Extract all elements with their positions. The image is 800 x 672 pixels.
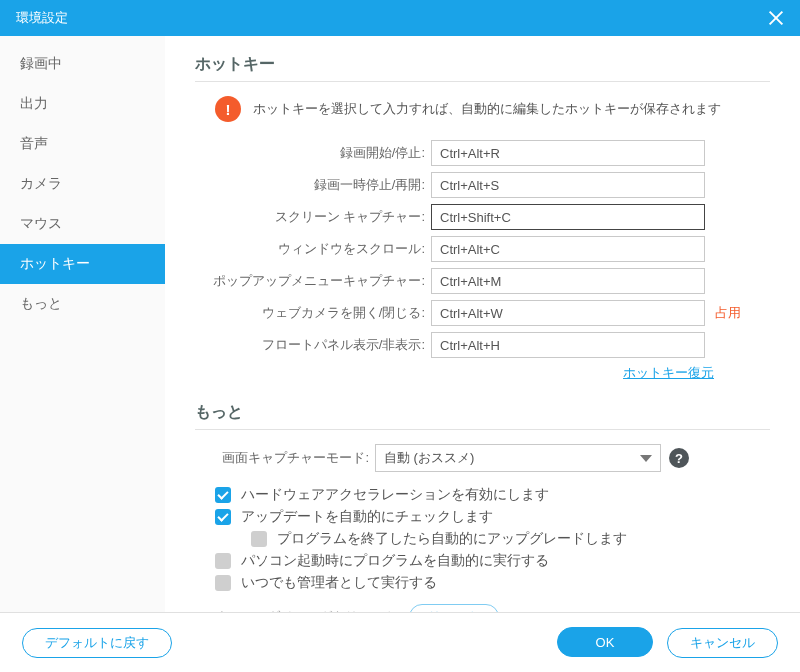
hotkey-input[interactable] bbox=[431, 204, 705, 230]
sidebar-item-6[interactable]: もっと bbox=[0, 284, 165, 324]
capture-mode-row: 画面キャプチャーモード: 自動 (おススメ) ? bbox=[195, 444, 770, 472]
hotkey-heading: ホットキー bbox=[195, 54, 770, 75]
hotkey-label: 録画開始/停止: bbox=[195, 144, 431, 162]
hotkey-warning: ! ホットキーを選択して入力すれば、自動的に編集したホットキーが保存されます bbox=[215, 96, 770, 122]
checkbox-row: いつでも管理者として実行する bbox=[215, 574, 770, 592]
hotkey-field: スクリーン キャプチャー: bbox=[195, 204, 770, 230]
hotkey-input[interactable] bbox=[431, 236, 705, 262]
hotkey-input[interactable] bbox=[431, 300, 705, 326]
content-pane: ホットキー ! ホットキーを選択して入力すれば、自動的に編集したホットキーが保存… bbox=[165, 36, 800, 612]
checkbox[interactable] bbox=[215, 509, 231, 525]
hotkey-restore-link[interactable]: ホットキー復元 bbox=[623, 365, 714, 380]
hotkey-label: スクリーン キャプチャー: bbox=[195, 208, 431, 226]
checkbox[interactable] bbox=[215, 575, 231, 591]
hotkey-field: フロートパネル表示/非表示: bbox=[195, 332, 770, 358]
capture-mode-select[interactable]: 自動 (おススメ) bbox=[375, 444, 661, 472]
sidebar-item-1[interactable]: 出力 bbox=[0, 84, 165, 124]
hotkey-input[interactable] bbox=[431, 332, 705, 358]
capture-mode-label: 画面キャプチャーモード: bbox=[195, 449, 375, 467]
checkbox[interactable] bbox=[215, 553, 231, 569]
occupied-badge: 占用 bbox=[715, 304, 741, 322]
hotkey-field: ポップアップメニューキャプチャー: bbox=[195, 268, 770, 294]
hotkey-input[interactable] bbox=[431, 268, 705, 294]
hotkey-label: ポップアップメニューキャプチャー: bbox=[195, 272, 431, 290]
checkbox-label: ハードウェアアクセラレーションを有効にします bbox=[241, 486, 549, 504]
capture-mode-value: 自動 (おススメ) bbox=[384, 449, 474, 467]
hotkey-field: 録画一時停止/再開: bbox=[195, 172, 770, 198]
checkbox-row: ハードウェアアクセラレーションを有効にします bbox=[215, 486, 770, 504]
checkbox-row: プログラムを終了したら自動的にアップグレードします bbox=[251, 530, 770, 548]
reset-button[interactable]: リセット bbox=[409, 604, 499, 612]
footer: デフォルトに戻す OK キャンセル bbox=[0, 612, 800, 672]
hotkey-label: ウィンドウをスクロール: bbox=[195, 240, 431, 258]
ok-button[interactable]: OK bbox=[557, 627, 654, 657]
checkbox[interactable] bbox=[215, 487, 231, 503]
hotkey-label: ウェブカメラを開く/閉じる: bbox=[195, 304, 431, 322]
divider bbox=[195, 429, 770, 430]
checkbox-label: アップデートを自動的にチェックします bbox=[241, 508, 493, 526]
hotkey-label: 録画一時停止/再開: bbox=[195, 176, 431, 194]
window-title: 環境設定 bbox=[16, 9, 68, 27]
titlebar: 環境設定 bbox=[0, 0, 800, 36]
dialog-body: 録画中出力音声カメラマウスホットキーもっと ホットキー ! ホットキーを選択して… bbox=[0, 36, 800, 612]
sidebar: 録画中出力音声カメラマウスホットキーもっと bbox=[0, 36, 165, 612]
sidebar-item-5[interactable]: ホットキー bbox=[0, 244, 165, 284]
hotkey-field: ウィンドウをスクロール: bbox=[195, 236, 770, 262]
help-icon[interactable]: ? bbox=[669, 448, 689, 468]
divider bbox=[195, 81, 770, 82]
sidebar-item-4[interactable]: マウス bbox=[0, 204, 165, 244]
checkbox-label: パソコン起動時にプログラムを自動的に実行する bbox=[241, 552, 549, 570]
hotkey-field: ウェブカメラを開く/閉じる:占用 bbox=[195, 300, 770, 326]
checkbox-label: いつでも管理者として実行する bbox=[241, 574, 437, 592]
sidebar-item-0[interactable]: 録画中 bbox=[0, 44, 165, 84]
hotkey-field: 録画開始/停止: bbox=[195, 140, 770, 166]
hotkey-restore: ホットキー復元 bbox=[195, 364, 714, 382]
default-button[interactable]: デフォルトに戻す bbox=[22, 628, 172, 658]
reset-dialogs-label: すべてのダイアログをリセット: bbox=[215, 608, 401, 612]
close-icon[interactable] bbox=[768, 10, 784, 26]
chevron-down-icon bbox=[640, 455, 652, 462]
sidebar-item-3[interactable]: カメラ bbox=[0, 164, 165, 204]
sidebar-item-2[interactable]: 音声 bbox=[0, 124, 165, 164]
checkbox-row: パソコン起動時にプログラムを自動的に実行する bbox=[215, 552, 770, 570]
warning-icon: ! bbox=[215, 96, 241, 122]
checkbox-row: アップデートを自動的にチェックします bbox=[215, 508, 770, 526]
hotkey-label: フロートパネル表示/非表示: bbox=[195, 336, 431, 354]
checkbox-label: プログラムを終了したら自動的にアップグレードします bbox=[277, 530, 627, 548]
checkbox[interactable] bbox=[251, 531, 267, 547]
hotkey-input[interactable] bbox=[431, 172, 705, 198]
reset-dialogs-row: すべてのダイアログをリセット: リセット bbox=[215, 604, 770, 612]
hotkey-input[interactable] bbox=[431, 140, 705, 166]
hotkey-warning-text: ホットキーを選択して入力すれば、自動的に編集したホットキーが保存されます bbox=[253, 100, 721, 118]
more-heading: もっと bbox=[195, 402, 770, 423]
cancel-button[interactable]: キャンセル bbox=[667, 628, 778, 658]
